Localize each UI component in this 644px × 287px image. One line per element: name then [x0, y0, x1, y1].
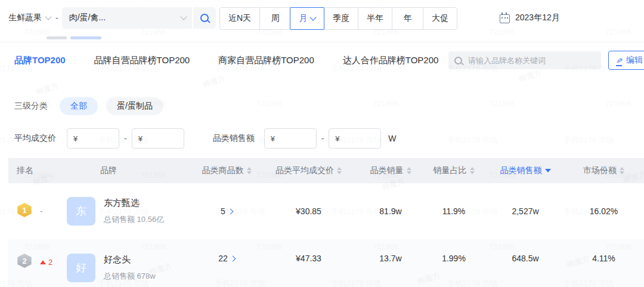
chevron-down-icon	[309, 14, 316, 20]
category-pill-egg-products[interactable]: 蛋/蛋制品	[106, 97, 163, 115]
rank-cell: 2 2	[8, 254, 67, 270]
item-count-value: 5	[221, 206, 225, 216]
table-row[interactable]: 1 - 东 东方甄选 总销售额 10.56亿 5 ¥30.85 81.9w 11…	[8, 183, 644, 239]
watermark-text: 手机2179 市场	[215, 0, 265, 2]
time-tab-week[interactable]: 周	[259, 8, 290, 29]
search-icon	[454, 57, 462, 64]
brand-cell[interactable]: 好 好念头 总销售额 678w	[67, 254, 197, 282]
clipped-content-fragment	[47, 36, 67, 39]
avg-price-min-input[interactable]	[81, 134, 113, 144]
market-share-cell: 16.02%	[564, 206, 644, 216]
time-tab-label: 半年	[367, 13, 383, 24]
currency-symbol: ¥	[271, 134, 275, 143]
column-header-label: 品类商品数	[202, 165, 244, 176]
avg-price-min-field[interactable]: ¥	[67, 128, 119, 149]
calendar-icon	[500, 14, 510, 23]
avg-price-cell: ¥30.85	[256, 206, 361, 216]
range-separator: -	[321, 134, 324, 143]
time-tab-quarter[interactable]: 季度	[324, 8, 358, 29]
category-separator: -	[55, 13, 58, 23]
column-header-volume-share[interactable]: 销量占比	[420, 165, 487, 176]
time-tab-recent-n-days[interactable]: 近N天	[220, 8, 259, 29]
time-tab-half-year[interactable]: 半年	[358, 8, 392, 29]
month-picker[interactable]: 2023年12月	[500, 13, 560, 23]
time-tab-label: 月	[299, 13, 307, 24]
brand-total-sales: 总销售额 10.56亿	[104, 214, 164, 225]
column-header-label: 品类销量	[370, 165, 404, 176]
brand-info: 好念头 总销售额 678w	[104, 254, 156, 282]
rank-change-indicator: -	[40, 206, 43, 216]
avg-price-cell: ¥47.33	[256, 254, 361, 263]
column-header-sales-volume[interactable]: 品类销量	[361, 165, 420, 176]
unit-label: W	[388, 134, 396, 143]
category-filter-bar: 生鲜蔬果 - 肉/蛋/禽...	[5, 7, 216, 29]
time-tab-month[interactable]: 月	[290, 7, 324, 30]
watermark-text: 手机2179 市场	[0, 0, 33, 2]
category-sales-max-field[interactable]: ¥	[329, 128, 381, 149]
item-count-cell: 5	[197, 206, 256, 216]
watermark-text: 手机2179 市场	[98, 0, 149, 2]
volume-share-cell: 11.9%	[420, 206, 487, 216]
brand-name[interactable]: 东方甄选	[104, 197, 164, 209]
column-header-rank: 排名	[8, 165, 67, 176]
category-sales-max-input[interactable]	[343, 134, 376, 144]
sales-volume-cell: 13.7w	[361, 254, 420, 263]
column-header-market-share[interactable]: 市场份额	[564, 165, 644, 176]
category-pill-all[interactable]: 全部	[60, 97, 98, 115]
item-count-link[interactable]: 22	[218, 254, 235, 263]
rank-up-icon	[40, 260, 46, 264]
tab-influencer-coop-top200[interactable]: 达人合作品牌榜TOP200	[343, 55, 439, 66]
table-header-row: 排名 品牌 品类商品数 品类平均成交价 品类销量 销量占比 品类销售额	[8, 158, 644, 183]
sub-category-value: 肉/蛋/禽...	[69, 13, 106, 23]
sort-icon[interactable]	[407, 167, 411, 174]
category-search-button[interactable]	[193, 7, 216, 29]
brand-avatar[interactable]: 东	[67, 197, 95, 226]
sort-icon[interactable]	[247, 167, 252, 174]
time-tab-label: 季度	[333, 13, 349, 24]
volume-share-cell: 1.99%	[420, 254, 487, 263]
watermark-text: 721866	[140, 27, 166, 36]
watermark-text: 721866	[373, 99, 398, 108]
time-tab-promotion[interactable]: 大促	[423, 8, 457, 29]
time-tab-label: 近N天	[228, 13, 251, 24]
brand-avatar[interactable]: 好	[67, 254, 95, 282]
sort-icon[interactable]	[470, 167, 475, 174]
table-row[interactable]: 2 2 好 好念头 总销售额 678w 22 ¥47	[8, 239, 644, 287]
brand-cell[interactable]: 东 东方甄选 总销售额 10.56亿	[67, 197, 197, 226]
rank-change-indicator: 2	[40, 258, 52, 267]
sort-icon[interactable]	[620, 167, 624, 174]
watermark-text: 手机2179 市场	[331, 0, 382, 2]
rank-change-value: 2	[48, 258, 52, 267]
watermark-text: 721866	[256, 99, 282, 108]
sort-icon-descending-active[interactable]	[545, 169, 551, 172]
market-share-cell: 4.11%	[564, 254, 644, 263]
category-sales-min-field[interactable]: ¥	[264, 128, 317, 149]
item-count-link[interactable]: 5	[221, 206, 233, 216]
time-tab-label: 年	[404, 13, 412, 24]
tab-brand-top200[interactable]: 品牌TOP200	[14, 55, 66, 66]
brand-search-box	[448, 51, 601, 69]
watermark-brand-text: 蝉魔方	[518, 67, 543, 84]
tab-merchant-self-operated-top200[interactable]: 商家自营品牌榜TOP200	[218, 55, 314, 66]
chevron-down-icon	[45, 13, 51, 20]
sort-icon[interactable]	[337, 167, 342, 174]
column-header-item-count[interactable]: 品类商品数	[197, 165, 256, 176]
month-picker-value: 2023年12月	[515, 13, 560, 23]
sub-category-select[interactable]: 肉/蛋/禽...	[62, 7, 192, 29]
range-separator: -	[124, 134, 127, 143]
category-sales-min-input[interactable]	[278, 134, 311, 144]
edit-button[interactable]: 编辑	[608, 51, 644, 70]
column-header-avg-price[interactable]: 品类平均成交价	[256, 165, 361, 176]
time-tab-year[interactable]: 年	[392, 8, 423, 29]
avg-price-max-input[interactable]	[146, 134, 178, 144]
sales-amount-cell: 2,527w	[487, 206, 564, 216]
tab-brand-self-operated-top200[interactable]: 品牌自营品牌榜TOP200	[94, 55, 190, 66]
primary-category-value: 生鲜蔬果	[8, 13, 42, 23]
column-header-sales-amount[interactable]: 品类销售额	[487, 165, 564, 176]
brand-search-input[interactable]	[467, 55, 589, 66]
sales-volume-cell: 81.9w	[361, 206, 420, 216]
avg-price-max-field[interactable]: ¥	[132, 128, 184, 149]
column-header-label: 市场份额	[583, 165, 617, 176]
primary-category-select[interactable]: 生鲜蔬果	[5, 13, 54, 23]
brand-name[interactable]: 好念头	[104, 254, 156, 266]
